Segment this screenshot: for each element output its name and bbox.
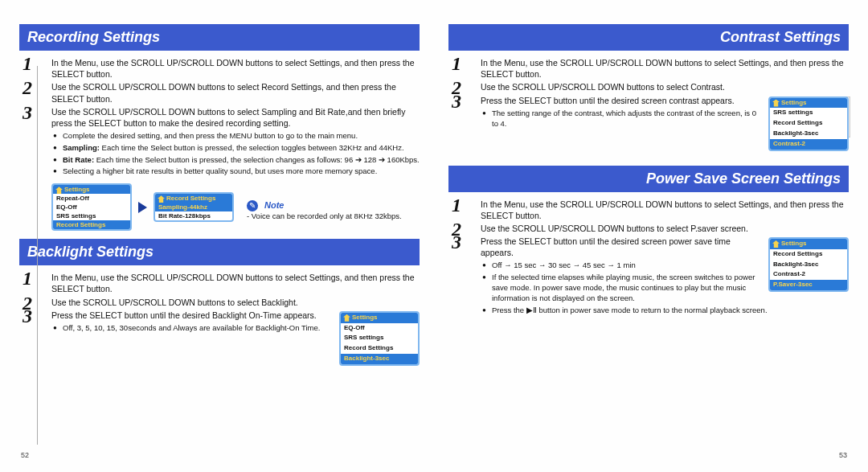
step-2: 2 Use the SCROLL UP/SCROLL DOWN buttons … [51, 297, 420, 308]
step-2: 2 Use the SCROLL UP/SCROLL DOWN buttons … [481, 223, 849, 234]
screen-item: SRS settings [53, 211, 130, 220]
backlight-steps: 1 In the Menu, use the SCROLL UP/SCROLL … [19, 272, 420, 366]
page-number-right: 53 [839, 451, 847, 459]
step-1: 1 In the Menu, use the SCROLL UP/SCROLL … [51, 272, 420, 294]
bullet-text: button in power save mode to return to t… [538, 306, 767, 314]
step-number: 1 [23, 54, 32, 73]
note-icon: ✎ [247, 200, 258, 211]
step-number: 3 [23, 103, 32, 122]
step-3: 3 Settings EQ-Off SRS settings Record Se… [51, 310, 420, 366]
step-1: 1 In the Menu, use the SCROLL UP/SCROLL … [481, 199, 849, 221]
step-1: 1 In the Menu, use the SCROLL UP/SCROLL … [51, 57, 420, 80]
heading-contrast: Contrast Settings [448, 24, 849, 51]
step-text: In the Menu, use the SCROLL UP/SCROLL DO… [481, 199, 849, 221]
bullet: If the selected time elapses while playi… [481, 273, 849, 303]
left-page: Recording Settings 1 In the Menu, use th… [19, 16, 420, 464]
bullet-text: Each time the Select button is pressed, … [94, 155, 420, 164]
power-steps: 1 In the Menu, use the SCROLL UP/SCROLL … [448, 199, 849, 325]
bullet-text: Each time the Select button is pressed, … [100, 143, 404, 152]
recording-steps: 1 In the Menu, use the SCROLL UP/SCROLL … [19, 57, 420, 177]
step-number: 2 [23, 78, 32, 97]
heading-power-save: Power Save Screen Settings [448, 166, 849, 192]
screen-title: Settings [341, 313, 418, 323]
step-text: Use the SCROLL UP/SCROLL DOWN buttons to… [51, 81, 420, 104]
step-text: In the Menu, use the SCROLL UP/SCROLL DO… [51, 57, 420, 80]
step-text: Use the SCROLL UP/SCROLL DOWN buttons to… [481, 81, 849, 92]
screen-backlight: Settings EQ-Off SRS settings Record Sett… [339, 311, 420, 366]
screen-item-selected: Record Settings [53, 220, 130, 229]
right-page: ENG Contrast Settings 1 In the Menu, use… [448, 16, 849, 464]
step-number: 1 [23, 269, 32, 288]
step-text: Use the SCROLL UP/SCROLL DOWN buttons to… [481, 223, 849, 234]
heading-backlight: Backlight Settings [19, 239, 420, 265]
screen-item: Bit Rate-128kbps [155, 211, 232, 220]
step-text: Use the SCROLL UP/SCROLL DOWN buttons to… [51, 106, 420, 129]
screen-item-selected: Sampling-44khz [155, 203, 232, 211]
bullet-strong: Sampling: [63, 143, 100, 152]
bullet-strong: Bit Rate: [63, 155, 94, 164]
bullet: Bit Rate: Each time the Select button is… [51, 155, 420, 166]
bullet: The setting range of the contrast, which… [481, 109, 849, 129]
step-2: 2 Use the SCROLL UP/SCROLL DOWN buttons … [51, 81, 420, 104]
note-block: ✎ Note - Voice can be recorded only at 8… [247, 194, 402, 220]
step-text: In the Menu, use the SCROLL UP/SCROLL DO… [51, 272, 420, 294]
arrow-icon [138, 202, 147, 213]
screen-item: EQ-Off [53, 203, 130, 211]
screen-item: Repeat-Off [53, 194, 130, 203]
bullet: Complete the desired setting, and then p… [51, 131, 420, 142]
screen-item-selected: Contrast-2 [770, 139, 847, 150]
step-3: 3 Settings Record Settings Backlight-3se… [481, 236, 849, 324]
screen-title: Settings [770, 98, 847, 109]
step-text: Use the SCROLL UP/SCROLL DOWN buttons to… [51, 297, 420, 308]
screen-item: Backlight-3sec [770, 129, 847, 139]
screen-title: Settings [770, 239, 847, 249]
note-label: Note [264, 200, 284, 210]
step-number: 3 [452, 232, 461, 252]
screen-record-settings: Record Settings Sampling-44khz Bit Rate-… [154, 192, 234, 222]
screen-title: Settings [53, 185, 130, 194]
screen-item: Record Settings [770, 249, 847, 260]
side-rule [37, 66, 38, 445]
bullet: Off, 3, 5, 10, 15, 30seconds and Always … [51, 323, 420, 334]
step-2: 2 Use the SCROLL UP/SCROLL DOWN buttons … [481, 81, 849, 92]
step-3: 3 Settings SRS settings Record Settings … [481, 95, 849, 158]
step-number: 3 [452, 92, 461, 111]
note-text: - Voice can be recorded only at 8KHz 32k… [247, 211, 402, 220]
bullet: Off → 15 sec → 30 sec → 45 sec → 1 min [481, 261, 849, 271]
step-1: 1 In the Menu, use the SCROLL UP/SCROLL … [481, 57, 849, 80]
screen-item-selected: Backlight-3sec [341, 354, 418, 364]
manual-spread: Recording Settings 1 In the Menu, use th… [0, 0, 868, 472]
bullet-text: Press the [492, 306, 526, 314]
screen-item: SRS settings [341, 333, 418, 343]
bullet: Selecting a higher bit rate results in b… [51, 166, 420, 177]
step-number: 1 [452, 54, 461, 73]
recording-bullets: Complete the desired setting, and then p… [51, 131, 420, 177]
screen-item: Record Settings [341, 343, 418, 354]
contrast-steps: 1 In the Menu, use the SCROLL UP/SCROLL … [448, 57, 849, 158]
recording-screens: Settings Repeat-Off EQ-Off SRS settings … [51, 183, 420, 231]
step-number: 3 [23, 306, 32, 326]
bullet: Sampling: Each time the Select button is… [51, 143, 420, 154]
screen-settings: Settings Repeat-Off EQ-Off SRS settings … [51, 183, 132, 231]
heading-recording: Recording Settings [19, 24, 420, 51]
step-text: In the Menu, use the SCROLL UP/SCROLL DO… [481, 57, 849, 80]
page-number-left: 52 [21, 451, 29, 459]
bullet: Press the ▶Ⅱ button in power save mode t… [481, 306, 849, 316]
step-3: 3 Use the SCROLL UP/SCROLL DOWN buttons … [51, 106, 420, 129]
step-number: 1 [452, 195, 461, 215]
screen-title: Record Settings [155, 194, 232, 203]
play-pause-icon: ▶Ⅱ [526, 306, 537, 316]
